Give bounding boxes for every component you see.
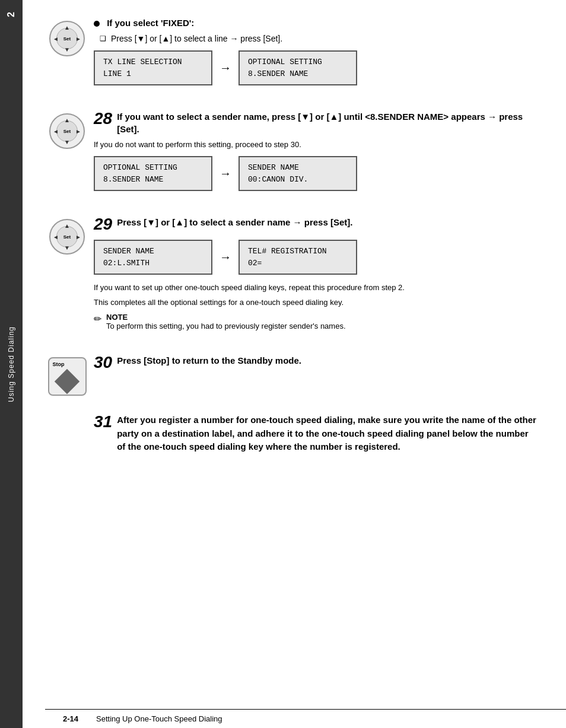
arrow-connector-1: → (220, 61, 231, 75)
arrow-down-28: ▼ (64, 139, 70, 145)
lcd-row-28: OPTIONAL SETTING 8.SENDER NAME → SENDER … (94, 156, 536, 191)
footer-page: 2-14 (63, 714, 78, 723)
sidebar: 2 Using Speed Dialing (0, 0, 23, 728)
step-29-header: 29 Press [▼] or [▲] to select a sender n… (94, 216, 536, 233)
footer-title: Setting Up One-Touch Speed Dialing (96, 714, 222, 723)
step-28-number: 28 (94, 110, 112, 127)
step-28-section: ▲ ▼ ◄ ► Set 28 If you want to select a s… (40, 110, 536, 198)
step-31-icon-col (40, 414, 94, 417)
step-29-para1: If you want to set up other one-touch sp… (94, 283, 536, 292)
set-icon-col-29: ▲ ▼ ◄ ► Set (40, 216, 94, 255)
footer: 2-14 Setting Up One-Touch Speed Dialing (45, 709, 566, 728)
stop-diamond-shape (58, 370, 76, 390)
step-29-number: 29 (94, 216, 112, 233)
step-31-header: 31 After you register a number for one-t… (94, 414, 536, 454)
sidebar-number: 2 (6, 12, 17, 17)
lcd-screen-1-right: OPTIONAL SETTING 8.SENDER NAME (239, 50, 357, 85)
step-30-header: 30 Press [Stop] to return to the Standby… (94, 354, 536, 371)
lcd-screen-28-left: OPTIONAL SETTING 8.SENDER NAME (94, 156, 212, 191)
set-button-icon-1: ▲ ▼ ◄ ► Set (49, 21, 85, 56)
step-30-title: Press [Stop] to return to the Standby mo… (117, 354, 301, 367)
arrow-down-icon: ▼ (64, 46, 70, 53)
page-container: 2 Using Speed Dialing ▲ ▼ ◄ ► Set If you… (0, 0, 566, 728)
note-section: ✏ NOTE To perform this setting, you had … (94, 313, 536, 330)
lcd-screen-29-left: SENDER NAME 02:L.SMITH (94, 240, 212, 275)
main-content: ▲ ▼ ◄ ► Set If you select 'FIXED': ❑ Pre… (23, 0, 566, 728)
step-28-content: 28 If you want to select a sender name, … (94, 110, 536, 198)
bullet-dot (94, 21, 100, 27)
lcd-screen-1-left: TX LINE SELECTION LINE 1 (94, 50, 212, 85)
step-31-content: 31 After you register a number for one-t… (94, 414, 536, 459)
step-29-title: Press [▼] or [▲] to select a sender name… (117, 216, 352, 228)
arrow-up-icon: ▲ (64, 24, 70, 31)
lcd-row-29: SENDER NAME 02:L.SMITH → TEL# REGISTRATI… (94, 240, 536, 275)
stop-label-text: Stop (53, 361, 65, 367)
step-31-section: 31 After you register a number for one-t… (40, 414, 536, 459)
arrow-up-28: ▲ (64, 117, 70, 123)
arrow-right-28: ► (75, 128, 81, 135)
set-button-icon-28: ▲ ▼ ◄ ► Set (49, 113, 85, 149)
stop-button-icon: Stop (48, 357, 87, 396)
step-30-content: 30 Press [Stop] to return to the Standby… (94, 354, 536, 376)
note-content: NOTE To perform this setting, you had to… (106, 313, 346, 330)
set-icon-col-28: ▲ ▼ ◄ ► Set (40, 110, 94, 149)
arrow-right-29: ► (75, 234, 81, 240)
step-28-sub: If you do not want to perform this setti… (94, 140, 536, 149)
fixed-section: ▲ ▼ ◄ ► Set If you select 'FIXED': ❑ Pre… (40, 18, 536, 93)
arrow-left-icon: ◄ (53, 36, 59, 42)
lcd-row-1: TX LINE SELECTION LINE 1 → OPTIONAL SETT… (94, 50, 536, 85)
sidebar-label: Using Speed Dialing (7, 326, 15, 402)
note-text: To perform this setting, you had to prev… (106, 322, 346, 330)
arrow-connector-28: → (220, 167, 231, 180)
arrow-left-28: ◄ (53, 128, 59, 135)
note-pencil-icon: ✏ (94, 313, 101, 325)
set-icon-col-1: ▲ ▼ ◄ ► Set (40, 18, 94, 56)
step-31-title: After you register a number for one-touc… (117, 414, 536, 454)
step-29-section: ▲ ▼ ◄ ► Set 29 Press [▼] or [▲] to selec… (40, 216, 536, 336)
fixed-content: If you select 'FIXED': ❑ Press [▼] or [▲… (94, 18, 536, 93)
step-30-number: 30 (94, 354, 112, 371)
step-29-content: 29 Press [▼] or [▲] to select a sender n… (94, 216, 536, 336)
step-28-title: If you want to select a sender name, pre… (117, 110, 536, 135)
set-button-icon-29: ▲ ▼ ◄ ► Set (49, 219, 85, 255)
arrow-right-icon: ► (75, 36, 81, 42)
lcd-screen-29-right: TEL# REGISTRATION 02= (239, 240, 357, 275)
arrow-connector-29: → (220, 250, 231, 264)
lcd-screen-28-right: SENDER NAME 00:CANON DIV. (239, 156, 357, 191)
arrow-left-29: ◄ (53, 234, 59, 240)
step-29-para2: This completes all the optional settings… (94, 298, 536, 307)
stop-icon-col: Stop (40, 354, 94, 396)
note-label: NOTE (106, 313, 346, 322)
step-30-section: Stop 30 Press [Stop] to return to the St… (40, 354, 536, 396)
fixed-header: If you select 'FIXED': (94, 18, 536, 28)
step-31-number: 31 (94, 414, 112, 430)
checkbox-icon: ❑ (100, 34, 106, 43)
arrow-down-29: ▼ (64, 244, 70, 251)
sub-bullet: ❑ Press [▼] or [▲] to select a line → pr… (100, 34, 536, 43)
step-28-header: 28 If you want to select a sender name, … (94, 110, 536, 135)
arrow-up-29: ▲ (64, 222, 70, 229)
